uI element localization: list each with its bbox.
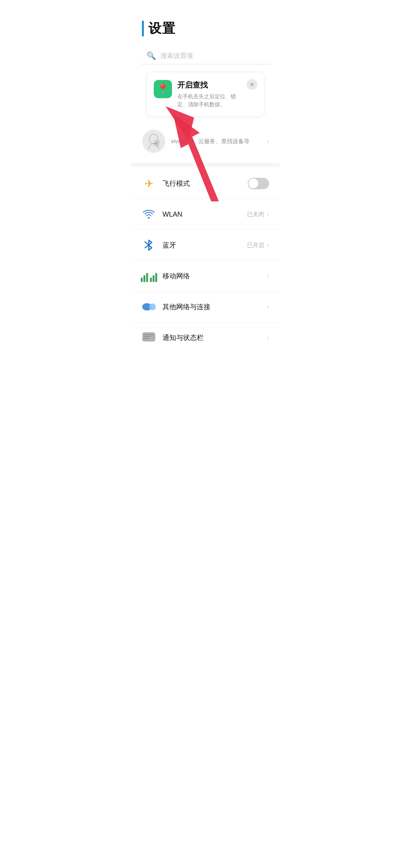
bluetooth-icon <box>143 239 154 252</box>
account-description: vivo帐号、云服务、查找设备等 <box>171 138 267 145</box>
wlan-icon <box>143 210 155 219</box>
toggle-knob <box>249 179 258 188</box>
banner-close-button[interactable]: ✕ <box>247 79 257 90</box>
account-row[interactable]: vivo帐号、云服务、查找设备等 › <box>131 123 280 160</box>
settings-list: ✈ 飞行模式 WLAN 已关闭 › <box>131 168 280 353</box>
notification-icon <box>142 332 156 343</box>
settings-item-airplane[interactable]: ✈ 飞行模式 <box>131 168 280 199</box>
close-icon: ✕ <box>250 81 254 88</box>
find-device-banner[interactable]: 📍 开启查找 在手机丢失之后定位、锁定、清除手机数据。 ✕ <box>139 72 272 116</box>
banner-title: 开启查找 <box>177 80 244 90</box>
bluetooth-status: 已开启 <box>247 242 264 249</box>
bluetooth-label: 蓝牙 <box>162 241 247 250</box>
banner-icon-wrap: 📍 <box>154 80 172 98</box>
settings-item-notification[interactable]: 通知与状态栏 › <box>131 322 280 353</box>
settings-item-wlan[interactable]: WLAN 已关闭 › <box>131 199 280 230</box>
account-chevron-icon: › <box>267 137 269 145</box>
notification-icon-wrap <box>142 331 156 345</box>
other-network-label: 其他网络与连接 <box>162 302 267 311</box>
airplane-icon: ✈ <box>145 177 153 190</box>
mobile-network-icon <box>141 270 157 282</box>
banner-text-wrap: 开启查找 在手机丢失之后定位、锁定、清除手机数据。 <box>177 80 244 108</box>
location-icon: 📍 <box>157 83 169 95</box>
search-container: 🔍 搜索设置项 <box>140 47 271 64</box>
mobile-label: 移动网络 <box>162 271 267 281</box>
avatar-image <box>143 130 165 152</box>
wlan-chevron-icon: › <box>267 211 269 218</box>
settings-page: 设置 🔍 搜索设置项 📍 开启查找 在手机丢失之后定位、锁定、清除手机数据。 ✕ <box>131 0 280 868</box>
mobile-icon-wrap <box>142 269 156 283</box>
settings-item-bluetooth[interactable]: 蓝牙 已开启 › <box>131 230 280 261</box>
svg-rect-11 <box>142 332 155 341</box>
other-network-icon-wrap <box>142 300 156 314</box>
airplane-toggle[interactable] <box>248 178 269 189</box>
svg-point-8 <box>148 217 150 219</box>
wlan-label: WLAN <box>162 211 247 219</box>
notification-label: 通知与状态栏 <box>162 333 267 342</box>
page-title: 设置 <box>148 20 176 37</box>
wlan-icon-wrap <box>142 207 156 221</box>
svg-rect-3 <box>143 130 165 152</box>
search-icon: 🔍 <box>147 51 156 60</box>
notification-chevron-icon: › <box>267 334 269 341</box>
header-accent-bar <box>142 21 144 37</box>
banner-description: 在手机丢失之后定位、锁定、清除手机数据。 <box>177 93 244 108</box>
bluetooth-chevron-icon: › <box>267 242 269 249</box>
banner-card: 📍 开启查找 在手机丢失之后定位、锁定、清除手机数据。 ✕ <box>147 72 264 116</box>
search-placeholder: 搜索设置项 <box>161 51 193 60</box>
wlan-status: 已关闭 <box>247 211 264 218</box>
bluetooth-icon-wrap <box>142 238 156 252</box>
other-network-icon <box>142 302 156 312</box>
search-bar[interactable]: 🔍 搜索设置项 <box>140 47 271 64</box>
airplane-label: 飞行模式 <box>162 179 248 188</box>
avatar <box>142 129 166 153</box>
header: 设置 <box>131 0 280 43</box>
section-divider <box>131 163 280 167</box>
mobile-chevron-icon: › <box>267 273 269 279</box>
other-network-chevron-icon: › <box>267 303 269 310</box>
settings-item-other-network[interactable]: 其他网络与连接 › <box>131 292 280 322</box>
settings-item-mobile[interactable]: 移动网络 › <box>131 261 280 292</box>
airplane-icon-wrap: ✈ <box>142 177 156 190</box>
svg-point-10 <box>149 303 156 310</box>
